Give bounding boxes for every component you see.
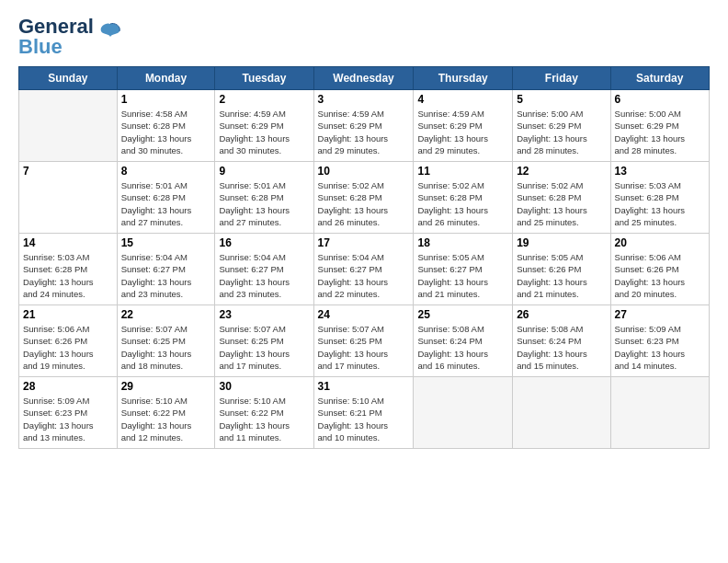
calendar-cell: 20Sunrise: 5:06 AMSunset: 6:26 PMDayligh… bbox=[610, 234, 709, 305]
day-info: Sunrise: 5:05 AMSunset: 6:27 PMDaylight:… bbox=[417, 251, 508, 300]
calendar-cell: 1Sunrise: 4:58 AMSunset: 6:28 PMDaylight… bbox=[117, 90, 215, 162]
day-info: Sunrise: 5:02 AMSunset: 6:28 PMDaylight:… bbox=[417, 179, 508, 228]
calendar-cell: 6Sunrise: 5:00 AMSunset: 6:29 PMDaylight… bbox=[610, 90, 709, 162]
day-number: 16 bbox=[219, 236, 309, 249]
day-info: Sunrise: 5:07 AMSunset: 6:25 PMDaylight:… bbox=[318, 323, 410, 372]
day-number: 22 bbox=[121, 308, 211, 321]
day-info: Sunrise: 5:09 AMSunset: 6:23 PMDaylight:… bbox=[615, 323, 705, 372]
calendar-cell: 5Sunrise: 5:00 AMSunset: 6:29 PMDaylight… bbox=[513, 90, 610, 162]
day-number: 6 bbox=[615, 93, 705, 106]
week-row-5: 28Sunrise: 5:09 AMSunset: 6:23 PMDayligh… bbox=[19, 377, 710, 449]
day-info: Sunrise: 5:10 AMSunset: 6:21 PMDaylight:… bbox=[318, 395, 410, 443]
day-number: 26 bbox=[517, 308, 606, 321]
calendar-cell: 25Sunrise: 5:08 AMSunset: 6:24 PMDayligh… bbox=[414, 305, 513, 377]
day-header-tuesday: Tuesday bbox=[215, 67, 313, 90]
calendar-cell: 11Sunrise: 5:02 AMSunset: 6:28 PMDayligh… bbox=[414, 162, 513, 234]
day-number: 17 bbox=[318, 236, 410, 249]
day-header-saturday: Saturday bbox=[610, 67, 709, 90]
day-info: Sunrise: 5:10 AMSunset: 6:22 PMDaylight:… bbox=[219, 395, 309, 443]
calendar-cell: 10Sunrise: 5:02 AMSunset: 6:28 PMDayligh… bbox=[313, 162, 414, 234]
logo: General Blue bbox=[18, 17, 123, 57]
calendar-cell: 7 bbox=[19, 162, 118, 234]
logo-blue: Blue bbox=[18, 37, 94, 57]
calendar-cell bbox=[513, 377, 610, 449]
page: General Blue SundayMondayTuesdayWednesda… bbox=[0, 0, 728, 460]
calendar-cell bbox=[610, 377, 709, 449]
calendar-cell: 4Sunrise: 4:59 AMSunset: 6:29 PMDaylight… bbox=[414, 90, 513, 162]
day-header-monday: Monday bbox=[117, 67, 215, 90]
day-info: Sunrise: 5:09 AMSunset: 6:23 PMDaylight:… bbox=[23, 395, 113, 443]
day-number: 21 bbox=[23, 308, 113, 321]
header: General Blue bbox=[18, 17, 710, 57]
calendar-cell: 13Sunrise: 5:03 AMSunset: 6:28 PMDayligh… bbox=[610, 162, 709, 234]
day-number: 31 bbox=[318, 380, 410, 393]
calendar-cell: 15Sunrise: 5:04 AMSunset: 6:27 PMDayligh… bbox=[117, 234, 215, 305]
day-header-sunday: Sunday bbox=[19, 67, 118, 90]
day-info: Sunrise: 5:10 AMSunset: 6:22 PMDaylight:… bbox=[121, 395, 211, 443]
calendar-cell: 22Sunrise: 5:07 AMSunset: 6:25 PMDayligh… bbox=[117, 305, 215, 377]
day-info: Sunrise: 5:02 AMSunset: 6:28 PMDaylight:… bbox=[318, 179, 410, 228]
day-number: 9 bbox=[219, 165, 309, 178]
logo-bird-icon bbox=[97, 20, 123, 50]
day-number: 1 bbox=[121, 93, 211, 106]
day-number: 25 bbox=[417, 308, 508, 321]
day-info: Sunrise: 5:01 AMSunset: 6:28 PMDaylight:… bbox=[121, 179, 211, 228]
day-info: Sunrise: 5:06 AMSunset: 6:26 PMDaylight:… bbox=[615, 251, 705, 300]
week-row-4: 21Sunrise: 5:06 AMSunset: 6:26 PMDayligh… bbox=[19, 305, 710, 377]
calendar-cell: 9Sunrise: 5:01 AMSunset: 6:28 PMDaylight… bbox=[215, 162, 313, 234]
day-number: 8 bbox=[121, 165, 211, 178]
day-number: 7 bbox=[23, 165, 113, 178]
day-info: Sunrise: 5:05 AMSunset: 6:26 PMDaylight:… bbox=[517, 251, 606, 300]
day-number: 28 bbox=[23, 380, 113, 393]
day-number: 29 bbox=[121, 380, 211, 393]
day-info: Sunrise: 4:59 AMSunset: 6:29 PMDaylight:… bbox=[318, 108, 410, 156]
day-header-friday: Friday bbox=[513, 67, 610, 90]
day-info: Sunrise: 5:06 AMSunset: 6:26 PMDaylight:… bbox=[23, 323, 113, 372]
day-info: Sunrise: 5:08 AMSunset: 6:24 PMDaylight:… bbox=[417, 323, 508, 372]
day-number: 11 bbox=[417, 165, 508, 178]
calendar-cell: 16Sunrise: 5:04 AMSunset: 6:27 PMDayligh… bbox=[215, 234, 313, 305]
day-info: Sunrise: 5:02 AMSunset: 6:28 PMDaylight:… bbox=[517, 179, 606, 228]
calendar-cell: 14Sunrise: 5:03 AMSunset: 6:28 PMDayligh… bbox=[19, 234, 118, 305]
calendar-cell: 2Sunrise: 4:59 AMSunset: 6:29 PMDaylight… bbox=[215, 90, 313, 162]
calendar-cell: 23Sunrise: 5:07 AMSunset: 6:25 PMDayligh… bbox=[215, 305, 313, 377]
day-number: 10 bbox=[318, 165, 410, 178]
week-row-1: 1Sunrise: 4:58 AMSunset: 6:28 PMDaylight… bbox=[19, 90, 710, 162]
calendar-cell: 31Sunrise: 5:10 AMSunset: 6:21 PMDayligh… bbox=[313, 377, 414, 449]
day-number: 15 bbox=[121, 236, 211, 249]
day-info: Sunrise: 4:59 AMSunset: 6:29 PMDaylight:… bbox=[417, 108, 508, 156]
day-number: 30 bbox=[219, 380, 309, 393]
day-number: 5 bbox=[517, 93, 606, 106]
calendar-cell: 21Sunrise: 5:06 AMSunset: 6:26 PMDayligh… bbox=[19, 305, 118, 377]
day-info: Sunrise: 5:07 AMSunset: 6:25 PMDaylight:… bbox=[219, 323, 309, 372]
day-info: Sunrise: 5:08 AMSunset: 6:24 PMDaylight:… bbox=[517, 323, 606, 372]
calendar-cell: 18Sunrise: 5:05 AMSunset: 6:27 PMDayligh… bbox=[414, 234, 513, 305]
calendar-cell: 12Sunrise: 5:02 AMSunset: 6:28 PMDayligh… bbox=[513, 162, 610, 234]
logo-general: General bbox=[18, 17, 94, 37]
day-number: 27 bbox=[615, 308, 705, 321]
day-number: 4 bbox=[417, 93, 508, 106]
day-info: Sunrise: 5:04 AMSunset: 6:27 PMDaylight:… bbox=[121, 251, 211, 300]
day-number: 2 bbox=[219, 93, 309, 106]
day-info: Sunrise: 5:07 AMSunset: 6:25 PMDaylight:… bbox=[121, 323, 211, 372]
day-number: 20 bbox=[615, 236, 705, 249]
day-info: Sunrise: 4:58 AMSunset: 6:28 PMDaylight:… bbox=[121, 108, 211, 156]
calendar-cell: 27Sunrise: 5:09 AMSunset: 6:23 PMDayligh… bbox=[610, 305, 709, 377]
day-number: 19 bbox=[517, 236, 606, 249]
day-info: Sunrise: 5:03 AMSunset: 6:28 PMDaylight:… bbox=[615, 179, 705, 228]
day-number: 13 bbox=[615, 165, 705, 178]
calendar-table: SundayMondayTuesdayWednesdayThursdayFrid… bbox=[18, 66, 710, 449]
day-number: 24 bbox=[318, 308, 410, 321]
day-info: Sunrise: 5:03 AMSunset: 6:28 PMDaylight:… bbox=[23, 251, 113, 300]
day-info: Sunrise: 4:59 AMSunset: 6:29 PMDaylight:… bbox=[219, 108, 309, 156]
day-info: Sunrise: 5:04 AMSunset: 6:27 PMDaylight:… bbox=[318, 251, 410, 300]
day-number: 23 bbox=[219, 308, 309, 321]
day-info: Sunrise: 5:00 AMSunset: 6:29 PMDaylight:… bbox=[615, 108, 705, 156]
day-number: 3 bbox=[318, 93, 410, 106]
calendar-cell: 28Sunrise: 5:09 AMSunset: 6:23 PMDayligh… bbox=[19, 377, 118, 449]
day-number: 18 bbox=[417, 236, 508, 249]
day-number: 12 bbox=[517, 165, 606, 178]
day-header-wednesday: Wednesday bbox=[313, 67, 414, 90]
calendar-cell bbox=[19, 90, 118, 162]
calendar-cell: 8Sunrise: 5:01 AMSunset: 6:28 PMDaylight… bbox=[117, 162, 215, 234]
